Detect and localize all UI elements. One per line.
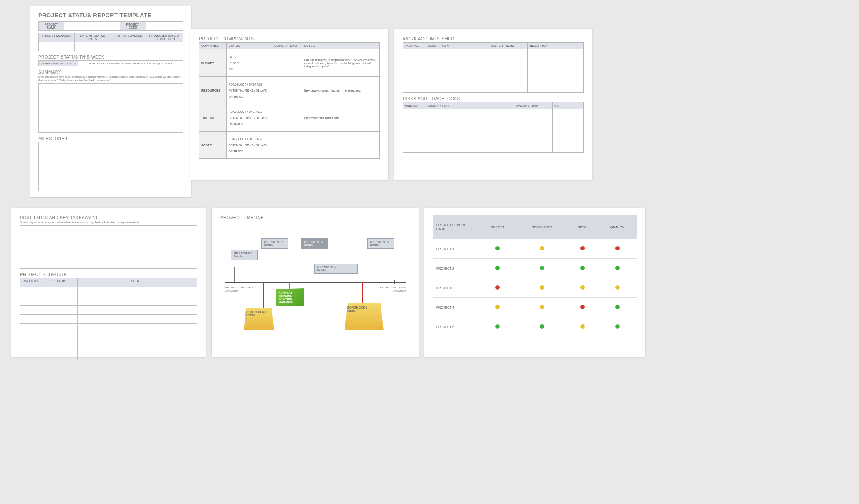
project-name: PROJECT 4 [433, 298, 479, 317]
components-table: COMPONENT STATUS OWNER / TEAM NOTES BUDG… [199, 42, 380, 159]
status-dot-icon [615, 285, 620, 290]
project-name: PROJECT 3 [433, 278, 479, 298]
project-name-label: PROJECT NAME [39, 22, 64, 31]
project-name: PROJECT 1 [433, 239, 479, 259]
status-dot-icon [580, 246, 585, 250]
roadblock-card: ROADBLOCK 2 Details [345, 303, 384, 330]
milestones-box [38, 142, 183, 191]
page-work-risks: WORK ACCOMPLISHED TASK NO. DESCRIPTION O… [394, 29, 592, 180]
row-scope: SCOPEROADBLOCK / OVERAGE - POTENTIAL RIS… [199, 132, 380, 159]
status-dot-icon [580, 305, 585, 309]
milestone-card: MILESTONE 5 Details [367, 238, 394, 249]
table-row: PROJECT 3 [433, 278, 637, 298]
table-row [403, 120, 584, 131]
table-row: PROJECT 4 [433, 298, 637, 317]
table-row [403, 71, 584, 82]
status-dot-icon [615, 266, 620, 270]
roadblock-card: ROADBLOCK 1 Details [244, 308, 274, 330]
status-dot-icon [540, 266, 544, 270]
title: PROJECT STATUS REPORT TEMPLATE [38, 12, 183, 19]
milestone-card: MILESTONE 2 Details [261, 238, 288, 249]
table-row [403, 60, 584, 71]
project-name: PROJECT 2 [433, 259, 479, 278]
milestone-card: MILESTONE 1 Details [231, 250, 258, 260]
status-dot-icon [580, 324, 585, 329]
current-position-flag: CURRENT TIMELINE POSITION 00/00/0000 [276, 288, 304, 306]
schedule-table: WEEK NO. STATUS DETAILS [20, 278, 197, 360]
status-dot-icon [495, 305, 500, 309]
page-status-report: PROJECT STATUS REPORT TEMPLATE PROJECT N… [30, 6, 191, 197]
table-row [403, 131, 584, 142]
table-row [20, 342, 197, 351]
table-row [20, 333, 197, 342]
components-heading: PROJECT COMPONENTS [199, 36, 380, 41]
risks-table: RISK NO. DESCRIPTION OWNER / TEAM FIX [403, 102, 584, 153]
status-dot-icon [615, 324, 620, 329]
page-timeline: PROJECT TIMELINE PROJECT START DATE 00/0… [212, 208, 419, 357]
summary-box [38, 83, 183, 133]
work-table: TASK NO. DESCRIPTION OWNER / TEAM RECEPT… [403, 42, 584, 93]
timeline-axis [225, 282, 406, 283]
status-dot-icon [495, 285, 500, 290]
end-date: PROJECT END DATE 00/00/0000 [380, 286, 406, 293]
status-dot-icon [540, 324, 544, 329]
status-dot-icon [580, 266, 585, 270]
table-row: PROJECT 1 [433, 239, 637, 259]
work-heading: WORK ACCOMPLISHED [403, 36, 584, 41]
milestone-card: MILESTONE 4 Details [314, 264, 358, 274]
row-budget: BUDGETOVER - UNDER - ONCall out highligh… [199, 49, 380, 77]
milestone-card: MILESTONE 3 Details [301, 238, 328, 249]
report-card-table: PROJECT REPORT CARD BUDGET RESOURCES RIS… [433, 215, 637, 336]
table-row [20, 323, 197, 333]
project-id-table: PROJECT NAMEPROJECT CODE [38, 21, 183, 31]
summary-heading: SUMMARY [38, 70, 183, 75]
table-row [20, 287, 197, 296]
table-row [403, 82, 584, 93]
table-row [20, 351, 197, 360]
status-dot-icon [495, 266, 500, 270]
status-dot-icon [540, 305, 544, 309]
timeline-diagram: PROJECT START DATE 00/00/0000 PROJECT EN… [220, 221, 410, 343]
highlights-hint: Bullets of great work, who owns what, wh… [20, 221, 197, 224]
row-resources: RESOURCESROADBLOCK / OVERAGE - POTENTIAL… [199, 77, 380, 104]
table-row: PROJECT 5 [433, 317, 637, 337]
status-dot-icon [495, 324, 500, 329]
table-row [20, 305, 197, 314]
start-date: PROJECT START DATE 00/00/0000 [225, 286, 253, 293]
timeline-heading: PROJECT TIMELINE [220, 215, 410, 220]
status-dot-icon [615, 305, 620, 309]
table-row [403, 109, 584, 120]
project-name: PROJECT 5 [433, 317, 479, 337]
status-week-heading: PROJECT STATUS THIS WEEK [38, 55, 183, 59]
table-row [403, 142, 584, 153]
table-row: PROJECT 2 [433, 259, 637, 278]
status-dot-icon [540, 246, 544, 250]
highlights-box [20, 225, 197, 269]
template-gallery: PROJECT STATUS REPORT TEMPLATE PROJECT N… [0, 0, 859, 504]
summary-hint: Enter information here about overall sta… [38, 76, 183, 82]
status-dot-icon [615, 246, 620, 250]
schedule-heading: PROJECT SCHEDULE [20, 272, 197, 277]
highlights-heading: HIGHLIGHTS AND KEY TAKEAWAYS [20, 215, 197, 220]
page-components: PROJECT COMPONENTS COMPONENT STATUS OWNE… [190, 29, 388, 180]
project-code-label: PROJECT CODE [120, 22, 146, 31]
status-options: ROADBLOCK / OVERAGE | POTENTIAL RISKS / … [78, 61, 183, 66]
overall-status-bar: OVERALL PROJECT STATUS ROADBLOCK / OVERA… [38, 60, 183, 66]
table-row [20, 314, 197, 323]
page-report-card: PROJECT REPORT CARD BUDGET RESOURCES RIS… [424, 208, 645, 357]
status-dot-icon [540, 285, 544, 290]
overall-status-label: OVERALL PROJECT STATUS [39, 61, 78, 66]
status-dot-icon [580, 285, 585, 290]
table-row [403, 49, 584, 60]
table-row [20, 296, 197, 305]
row-timeline: TIMELINEROADBLOCK / OVERAGE - POTENTIAL … [199, 104, 380, 132]
risks-heading: RISKS AND ROADBLOCKS [403, 96, 584, 101]
project-meta-table: PROJECT MANAGER DATE OF STATUS ENTRY PER… [38, 33, 183, 51]
status-dot-icon [495, 246, 500, 250]
milestones-heading: MILESTONES [38, 136, 183, 141]
page-highlights-schedule: HIGHLIGHTS AND KEY TAKEAWAYS Bullets of … [11, 208, 206, 357]
